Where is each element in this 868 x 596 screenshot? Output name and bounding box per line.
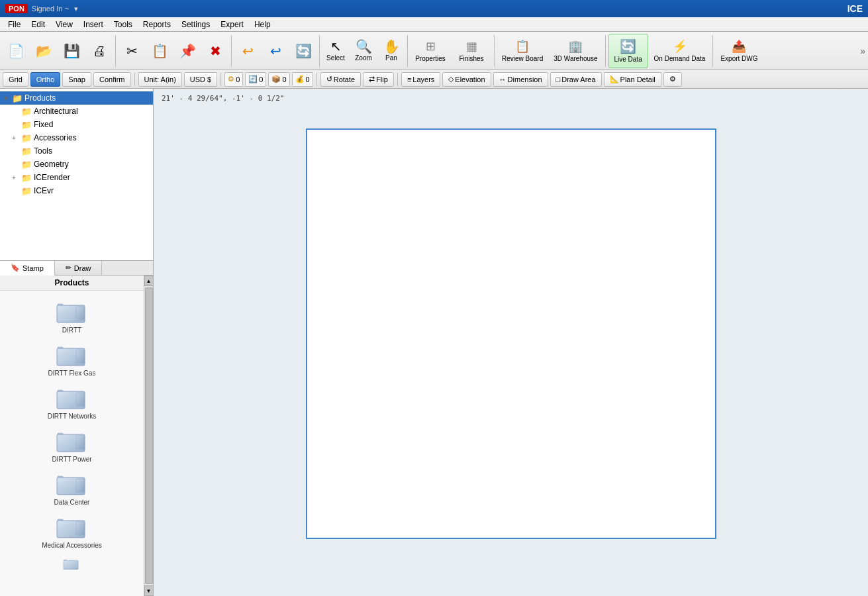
expand-accessories-icon: +	[12, 134, 21, 142]
secondary-toolbar: Grid Ortho Snap Confirm Unit: A(in) USD …	[0, 70, 868, 89]
tree-label-icevr: ICEvr	[34, 186, 54, 195]
open-button[interactable]: 📂	[30, 34, 57, 68]
counter4-icon: 💰	[295, 75, 305, 83]
live-data-button[interactable]: 🔄 Live Data	[608, 34, 648, 68]
product-item-more[interactable]	[0, 554, 144, 586]
cut-button[interactable]: ✂	[119, 34, 145, 68]
elevation-button[interactable]: ◇ Elevation	[442, 72, 491, 87]
save-button[interactable]: 💾	[58, 34, 85, 68]
tree-item-accessories[interactable]: + 📁 Accessories	[0, 131, 153, 144]
menu-reports[interactable]: Reports	[138, 19, 176, 30]
undo-button[interactable]: ↩	[234, 34, 261, 68]
on-demand-button[interactable]: ⚡ On Demand Data	[650, 34, 710, 68]
product-item-dirtt[interactable]: DIRTT	[0, 296, 144, 336]
scroll-down-arrow[interactable]: ▼	[144, 585, 154, 596]
medical-accessories-label: Medical Accessories	[42, 542, 102, 549]
left-panel: ▼ 📁 Products 📁 Architectural 📁 Fixed + 📁	[0, 89, 154, 596]
product-item-data-center[interactable]: Data Center	[0, 468, 144, 509]
drawing-canvas[interactable]	[306, 128, 716, 539]
dirtt-power-label: DIRTT Power	[52, 456, 91, 463]
scroll-up-arrow[interactable]: ▲	[144, 275, 154, 286]
tree-label-products: Products	[24, 93, 56, 103]
menu-settings[interactable]: Settings	[176, 19, 215, 30]
product-item-medical-accessories[interactable]: Medical Accessories	[0, 511, 144, 552]
currency-button[interactable]: USD $	[184, 72, 217, 87]
snap-button[interactable]: Snap	[62, 72, 91, 87]
main-toolbar: 📄 📂 💾 🖨 ✂ 📋 📌 ✖ ↩ ↩ 🔄 ↖ Select 🔍 Zoom ✋ …	[0, 32, 868, 70]
redo-button[interactable]: 🔄	[290, 34, 316, 68]
properties-button[interactable]: ⊞ Properties	[410, 34, 450, 68]
draw-label: Draw	[74, 264, 91, 272]
ortho-button[interactable]: Ortho	[30, 72, 61, 87]
menu-insert[interactable]: Insert	[78, 19, 109, 30]
finishes-button[interactable]: ▦ Finishes	[452, 34, 491, 68]
tree-item-geometry[interactable]: 📁 Geometry	[0, 158, 153, 171]
menu-expert[interactable]: Expert	[215, 19, 249, 30]
select-button[interactable]: ↖ Select	[322, 34, 349, 68]
menu-view[interactable]: View	[50, 19, 78, 30]
undo2-icon: ↩	[270, 44, 281, 58]
dirtt-flex-gas-folder-icon	[56, 342, 88, 368]
rotate-button[interactable]: ↺ Rotate	[320, 72, 361, 87]
app-logo: ICE	[847, 3, 863, 14]
tree-item-products[interactable]: ▼ 📁 Products	[0, 91, 153, 105]
undo2-button[interactable]: ↩	[262, 34, 289, 68]
tree-item-icevr[interactable]: 📁 ICEvr	[0, 184, 153, 197]
plan-detail-button[interactable]: 📐 Plan Detail	[604, 72, 661, 87]
tree-item-architectural[interactable]: 📁 Architectural	[0, 105, 153, 118]
product-item-dirtt-networks[interactable]: DIRTT Networks	[0, 382, 144, 422]
icevr-icon: 📁	[21, 186, 32, 196]
new-button[interactable]: 📄	[3, 34, 29, 68]
products-scrollbar[interactable]: ▲ ▼	[144, 275, 153, 596]
title-bar: PON Signed In ~ ▾ ICE	[0, 0, 868, 17]
review-board-button[interactable]: 📋 Review Board	[497, 34, 548, 68]
product-item-dirtt-power[interactable]: DIRTT Power	[0, 425, 144, 466]
menu-tools[interactable]: Tools	[109, 19, 138, 30]
svg-rect-18	[76, 522, 84, 535]
export-dwg-button[interactable]: 📤 Export DWG	[716, 34, 762, 68]
tree-item-fixed[interactable]: 📁 Fixed	[0, 118, 153, 131]
dimension-label: Dimension	[508, 75, 542, 83]
confirm-button[interactable]: Confirm	[93, 72, 131, 87]
stamp-tab[interactable]: 🔖 Stamp	[0, 261, 55, 275]
expand-tools-icon	[12, 148, 21, 155]
tree-label-geometry: Geometry	[34, 160, 69, 169]
delete-button[interactable]: ✖	[202, 34, 228, 68]
products-panel: Products	[0, 275, 144, 596]
layers-button[interactable]: ≡ Layers	[401, 72, 440, 87]
zoom-button[interactable]: 🔍 Zoom	[350, 34, 377, 68]
flip-button[interactable]: ⇄ Flip	[363, 72, 394, 87]
draw-pencil-icon: ✏	[66, 264, 72, 272]
menu-help[interactable]: Help	[249, 19, 276, 30]
tree-item-tools[interactable]: 📁 Tools	[0, 144, 153, 158]
unit-button[interactable]: Unit: A(in)	[138, 72, 182, 87]
print-button[interactable]: 🖨	[86, 34, 113, 68]
copy-button[interactable]: 📋	[146, 34, 173, 68]
flip-icon: ⇄	[369, 75, 375, 83]
sec-sep-4	[397, 73, 398, 86]
more-tools-icon[interactable]: »	[860, 46, 865, 56]
grid-button[interactable]: Grid	[3, 72, 28, 87]
signed-in-label[interactable]: Signed In ~	[32, 5, 69, 13]
select-label: Select	[326, 54, 345, 62]
accessories-icon: 📁	[21, 133, 32, 143]
product-item-dirtt-flex-gas[interactable]: DIRTT Flex Gas	[0, 339, 144, 379]
menu-file[interactable]: File	[3, 19, 26, 30]
3d-warehouse-button[interactable]: 🏢 3D Warehouse	[549, 34, 602, 68]
pan-button[interactable]: ✋ Pan	[378, 34, 405, 68]
paste-button[interactable]: 📌	[174, 34, 201, 68]
svg-rect-9	[76, 393, 84, 406]
counter-4: 💰 0	[292, 72, 313, 87]
print-icon: 🖨	[93, 44, 106, 58]
scroll-thumb[interactable]	[145, 287, 153, 584]
menu-edit[interactable]: Edit	[26, 19, 50, 30]
layers-icon: ≡	[407, 75, 411, 83]
draw-area-button[interactable]: □ Draw Area	[550, 72, 602, 87]
tree-item-icerender[interactable]: + 📁 ICErender	[0, 171, 153, 184]
more-sec-button[interactable]: ⚙	[663, 72, 682, 87]
fixed-icon: 📁	[21, 120, 32, 130]
dimension-button[interactable]: ↔ Dimension	[493, 72, 548, 87]
draw-tab[interactable]: ✏ Draw	[55, 261, 103, 275]
dirtt-folder-icon	[56, 299, 88, 325]
layers-label: Layers	[412, 75, 434, 83]
